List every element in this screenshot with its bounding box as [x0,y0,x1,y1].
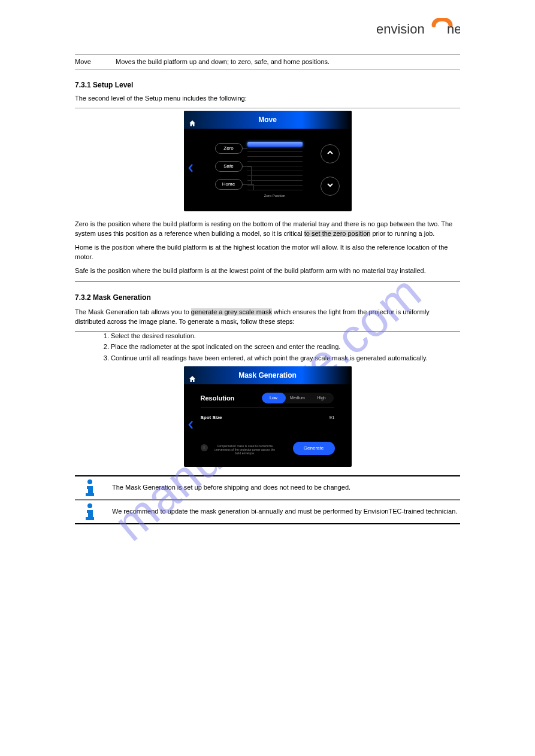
header-logo-area: envision ne [75,18,460,42]
resolution-option-low[interactable]: Low [262,393,286,403]
generate-button[interactable]: Generate [293,442,335,455]
divider [75,108,460,108]
panel-title: Mask Generation [238,371,297,379]
svg-point-6 [87,503,92,508]
paragraph: Safe is the position where the build pla… [75,266,460,275]
divider [75,281,460,282]
track-line [247,151,303,152]
chevron-down-icon [326,181,334,192]
svg-rect-5 [86,493,94,496]
track-line [247,185,303,186]
connector-line [243,166,251,167]
table-row: Move Moves the build platform up and dow… [75,55,460,69]
track-line [247,161,303,162]
spot-size-label: Spot Size [201,414,222,421]
track-line [247,166,303,166]
position-label: Zero Position [247,193,303,198]
info-note: The Mask Generation is set up before shi… [75,475,460,500]
platform-indicator [247,142,303,147]
track-line [247,171,303,171]
resolution-label: Resolution [201,394,235,403]
chevron-left-icon[interactable] [188,420,194,433]
note-text: We recommend to update the mask generati… [112,505,460,518]
move-down-button[interactable] [321,177,340,196]
panel-header: Move [184,111,352,129]
section-heading-mask-generation: 7.3.2 Mask Generation [75,293,460,303]
step-list: Select the desired resolution. Place the… [75,332,460,363]
paragraph: Home is the position where the build pla… [75,243,460,262]
svg-rect-9 [86,517,94,520]
move-panel-screenshot: Move Zero Safe Home [184,111,352,211]
move-up-button[interactable] [321,144,340,163]
info-icon [83,479,97,497]
highlighted-text: to set the zero position [304,230,371,237]
track-line [247,180,303,181]
table-cell-left: Move [75,57,111,66]
note-text: The Mask Generation is set up before shi… [112,481,460,494]
safe-button[interactable]: Safe [215,161,243,172]
svg-text:ne: ne [447,22,460,37]
section-intro-text: The second level of the Setup menu inclu… [75,94,460,103]
info-icon [83,503,97,521]
panel-title: Move [258,116,277,124]
info-note: We recommend to update the mask generati… [75,500,460,524]
info-text: Compensation mask is used to correct the… [211,444,279,455]
home-icon[interactable] [189,371,196,378]
resolution-option-medium[interactable]: Medium [286,393,310,403]
spot-size-value: 91 [330,414,335,421]
connector-line [243,148,247,149]
highlighted-text: generate a grey scale mask [191,308,272,315]
svg-text:envision: envision [376,22,425,37]
panel-header: Mask Generation [184,366,352,384]
list-item: Place the radiometer at the spot indicat… [111,342,460,351]
info-icon: i [201,444,208,451]
mask-panel-screenshot: Mask Generation Resolution Low Medium Hi… [184,366,352,467]
svg-rect-8 [88,510,93,518]
resolution-segmented-control[interactable]: Low Medium High [262,393,334,403]
divider [75,69,460,69]
track-line [247,190,303,190]
list-item: Select the desired resolution. [111,332,460,341]
chevron-up-icon [326,148,334,160]
track-line [247,156,303,157]
paragraph: The Mask Generation tab allows you to ge… [75,308,460,326]
home-icon[interactable] [189,116,196,123]
svg-point-2 [87,479,92,484]
home-button[interactable]: Home [215,179,243,190]
envisionone-logo: envision ne [376,18,460,40]
chevron-left-icon[interactable] [188,163,194,177]
zero-button[interactable]: Zero [215,143,243,154]
section-heading-setup-level: 7.3.1 Setup Level [75,80,460,90]
paragraph: Zero is the position where the build pla… [75,220,460,238]
track-line [247,175,303,176]
list-item: Continue until all readings have been en… [111,354,460,363]
table-cell-right: Moves the build platform up and down; to… [116,57,460,66]
resolution-option-high[interactable]: High [310,393,334,403]
svg-rect-4 [88,486,93,494]
divider [201,407,334,408]
